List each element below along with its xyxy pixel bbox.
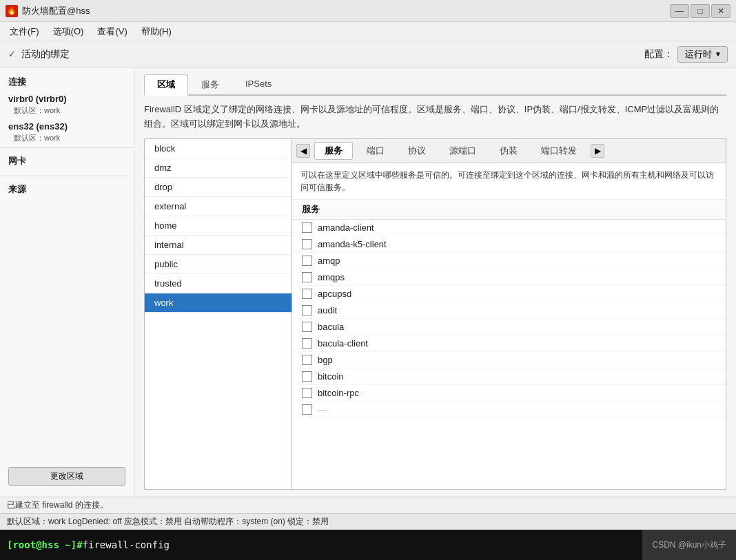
service-tab-protocol[interactable]: 协议 — [398, 143, 436, 159]
service-name-bgp: bgp — [318, 355, 333, 365]
window-controls: — □ ✕ — [670, 4, 730, 18]
zone-trusted[interactable]: trusted — [145, 274, 292, 293]
service-checkbox-more[interactable] — [302, 404, 312, 415]
tab-bar: 区域 服务 IPSets — [144, 74, 726, 96]
virbr0-primary[interactable]: virbr0 (virbr0) — [0, 92, 134, 105]
sidebar-bottom: 更改区域 — [0, 462, 134, 491]
list-item: bitcoin-rpc — [292, 385, 726, 402]
list-item: bacula — [292, 319, 726, 335]
tab-zones[interactable]: 区域 — [144, 74, 188, 96]
zone-external[interactable]: external — [145, 197, 292, 216]
terminal-command: firewall-config — [83, 539, 170, 550]
service-name-more: — — [318, 404, 327, 415]
zone-dmz[interactable]: dmz — [145, 158, 292, 178]
service-tab-port[interactable]: 端口 — [357, 143, 394, 159]
change-zone-button[interactable]: 更改区域 — [8, 467, 125, 486]
next-arrow[interactable]: ▶ — [591, 144, 604, 158]
watermark: CSDN @ikun小鸡子 — [642, 530, 736, 560]
virbr0-secondary: 默认区：work — [0, 105, 134, 116]
service-name-amqps: amqps — [318, 272, 345, 282]
service-checkbox-bacula-client[interactable] — [302, 338, 312, 349]
service-name-bitcoin-rpc: bitcoin-rpc — [318, 388, 359, 398]
sidebar: 连接 virbr0 (virbr0) 默认区：work ens32 (ens32… — [0, 68, 134, 497]
status-bar: 已建立至 firewalld 的连接。 — [0, 497, 736, 513]
menu-options[interactable]: 选项(O) — [46, 24, 91, 39]
service-name-audit: audit — [318, 305, 337, 315]
service-tab-services[interactable]: 服务 — [314, 142, 353, 160]
status-details-text: 默认区域：work LogDenied: off 应急模式：禁用 自动帮助程序：… — [7, 517, 329, 526]
service-description: 可以在这里定义区域中哪些服务是可信的。可连接至绑定到这个区域的连接、网卡和源的所… — [292, 163, 726, 200]
status-details: 默认区域：work LogDenied: off 应急模式：禁用 自动帮助程序：… — [0, 513, 736, 530]
ens32-secondary: 默认区：work — [0, 133, 134, 143]
sidebar-divider-2 — [0, 176, 134, 176]
service-name-bacula: bacula — [318, 322, 344, 332]
title-bar: 🔥 防火墙配置@hss — □ ✕ — [0, 0, 736, 22]
terminal-section: [root@hss ~]# firewall-config — [0, 530, 642, 560]
zone-public[interactable]: public — [145, 255, 292, 274]
maximize-button[interactable]: □ — [691, 4, 710, 18]
menu-file[interactable]: 文件(F) — [3, 24, 46, 39]
service-name-amanda-client: amanda-client — [318, 222, 374, 233]
service-checkbox-bacula[interactable] — [302, 322, 312, 332]
terminal-prompt: [root@hss ~]# — [7, 539, 83, 550]
list-item: amanda-k5-client — [292, 236, 726, 253]
service-name-apcupsd: apcupsd — [318, 289, 351, 299]
service-checkbox-amqp[interactable] — [302, 256, 312, 266]
toolbar-section: ✓ 活动的绑定 — [8, 48, 72, 61]
config-label: 配置： — [644, 48, 673, 61]
main-layout: ✓ 活动的绑定 配置： 运行时 ▼ 连接 virbr0 (virbr0) 默认区… — [0, 41, 736, 560]
list-item: bitcoin — [292, 369, 726, 385]
zone-work[interactable]: work — [145, 293, 292, 313]
terminal-bar: [root@hss ~]# firewall-config CSDN @ikun… — [0, 530, 736, 560]
list-item: amqps — [292, 269, 726, 286]
service-tab-port-forward[interactable]: 端口转发 — [531, 143, 586, 159]
connection-title: 连接 — [0, 73, 134, 92]
service-tab-masquerade[interactable]: 伪装 — [490, 143, 527, 159]
zone-internal[interactable]: internal — [145, 236, 292, 255]
zone-home[interactable]: home — [145, 216, 292, 236]
source-title: 来源 — [0, 180, 134, 200]
zone-drop[interactable]: drop — [145, 178, 292, 197]
ens32-primary[interactable]: ens32 (ens32) — [0, 120, 134, 133]
services-table: 服务 amanda-client amanda-k5-client amqp — [292, 200, 726, 489]
tab-services[interactable]: 服务 — [188, 74, 232, 94]
service-panel: ◀ 服务 端口 协议 源端口 伪装 端口转发 ▶ 可以在这里定义区域中哪些服务是… — [292, 138, 726, 490]
sidebar-divider-1 — [0, 147, 134, 148]
minimize-button[interactable]: — — [670, 4, 689, 18]
zone-service-layout: block dmz drop external home internal pu… — [144, 138, 726, 490]
prev-arrow[interactable]: ◀ — [296, 144, 310, 158]
service-checkbox-amanda-k5[interactable] — [302, 239, 312, 249]
service-checkbox-audit[interactable] — [302, 305, 312, 315]
right-panel: 区域 服务 IPSets FirewallD 区域定义了绑定的网络连接、网卡以及… — [134, 68, 736, 497]
list-item: apcupsd — [292, 286, 726, 302]
dropdown-arrow-icon: ▼ — [715, 50, 722, 58]
service-checkbox-apcupsd[interactable] — [302, 289, 312, 299]
zone-block[interactable]: block — [145, 139, 292, 158]
config-dropdown[interactable]: 运行时 ▼ — [677, 46, 728, 63]
service-tab-source-port[interactable]: 源端口 — [440, 143, 486, 159]
zone-list: block dmz drop external home internal pu… — [144, 138, 292, 490]
list-item: bgp — [292, 352, 726, 369]
zone-description: FirewallD 区域定义了绑定的网络连接、网卡以及源地址的可信程度。区域是服… — [144, 103, 726, 132]
service-checkbox-amanda-client[interactable] — [302, 222, 312, 233]
tab-ipsets[interactable]: IPSets — [232, 74, 285, 94]
menu-help[interactable]: 帮助(H) — [134, 24, 178, 39]
window-title: 防火墙配置@hss — [22, 5, 670, 17]
menu-bar: 文件(F) 选项(O) 查看(V) 帮助(H) — [0, 22, 736, 41]
app-icon: 🔥 — [6, 5, 18, 17]
list-item: — — [292, 402, 726, 418]
service-checkbox-bgp[interactable] — [302, 355, 312, 365]
service-nav: ◀ 服务 端口 协议 源端口 伪装 端口转发 ▶ — [292, 139, 726, 163]
config-value: 运行时 — [685, 48, 712, 61]
service-checkbox-bitcoin-rpc[interactable] — [302, 388, 312, 398]
network-card-title: 网卡 — [0, 152, 134, 172]
list-item: amqp — [292, 253, 726, 269]
service-name-amanda-k5: amanda-k5-client — [318, 239, 387, 249]
binding-label: 活动的绑定 — [21, 48, 70, 61]
list-item: bacula-client — [292, 335, 726, 352]
service-checkbox-bitcoin[interactable] — [302, 371, 312, 382]
service-checkbox-amqps[interactable] — [302, 272, 312, 282]
menu-view[interactable]: 查看(V) — [90, 24, 134, 39]
close-button[interactable]: ✕ — [711, 4, 730, 18]
service-name-bacula-client: bacula-client — [318, 338, 368, 349]
